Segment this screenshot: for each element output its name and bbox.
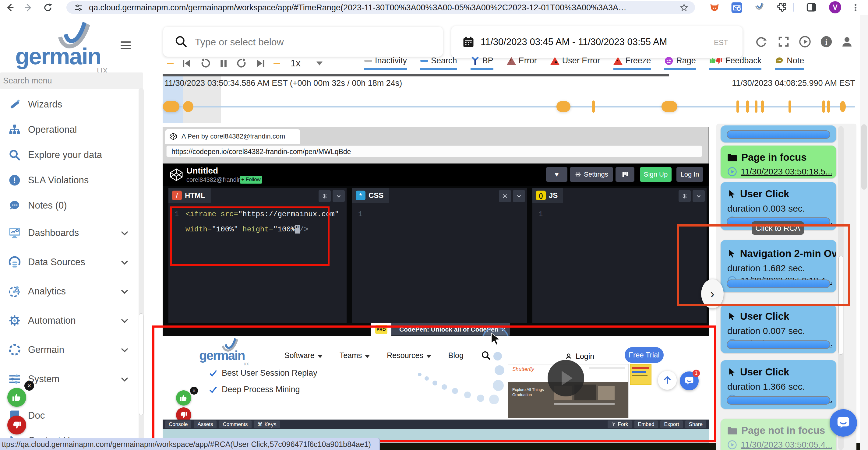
playback-speed-value[interactable]: 1x: [290, 58, 301, 69]
timeline-event-marker[interactable]: [761, 100, 764, 112]
legend-rage[interactable]: Rage: [664, 56, 696, 70]
sidebar-scrollbar-thumb[interactable]: [139, 313, 144, 415]
browser-menu-icon[interactable]: [855, 3, 857, 12]
address-bar[interactable]: qa.cloud.germainapm.com/germainapm/works…: [66, 1, 695, 14]
follow-button[interactable]: + Follow: [240, 176, 262, 184]
replay-back-icon[interactable]: [199, 58, 211, 69]
event-timestamp-link[interactable]: 11/30/2023 03:50:05.4...: [741, 440, 832, 450]
sidebar-search-input[interactable]: Search menu: [0, 72, 143, 89]
legend-search[interactable]: Search: [420, 56, 457, 70]
sidebar-item-germain[interactable]: Germain: [0, 340, 138, 360]
timeline-track[interactable]: [163, 106, 855, 107]
timeline-event-marker[interactable]: [822, 100, 825, 112]
sidebar-item-notes[interactable]: Notes (0): [0, 196, 138, 215]
skip-forward-icon[interactable]: [255, 58, 266, 69]
event-card-user-click-3[interactable]: User Click duration 1.366 sec. 11/30/202…: [721, 360, 836, 409]
pause-icon[interactable]: [218, 58, 229, 69]
refresh-button[interactable]: [755, 35, 768, 48]
sidebar-item-dashboards[interactable]: Dashboards: [0, 223, 138, 243]
login-button[interactable]: Log In: [676, 167, 703, 182]
event-timestamp-link[interactable]: 11/30/2023 03:50:18.5...: [741, 167, 832, 176]
timeline-event-marker[interactable]: [163, 101, 179, 112]
skip-back-icon[interactable]: [181, 58, 192, 69]
timeline-event-marker[interactable]: [556, 101, 570, 112]
css-panel-tab[interactable]: * CSS: [352, 188, 389, 203]
sidebar-item-system[interactable]: System: [0, 369, 138, 389]
play-session-button[interactable]: [799, 35, 811, 48]
side-panel-icon[interactable]: [806, 2, 816, 12]
timeline-event-marker[interactable]: [183, 101, 193, 112]
chevron-down-icon[interactable]: [119, 345, 130, 355]
replay-forward-icon[interactable]: [236, 58, 248, 69]
reload-icon[interactable]: [43, 2, 53, 13]
chevron-down-icon[interactable]: [119, 257, 130, 267]
html-panel-tab[interactable]: / HTML: [168, 188, 211, 203]
feedback-close-icon[interactable]: ×: [24, 381, 34, 391]
legend-freeze[interactable]: * Freeze: [613, 56, 651, 70]
js-panel-tab[interactable]: () JS: [532, 188, 563, 203]
page-scrollbar-thumb[interactable]: [861, 124, 867, 190]
css-settings-icon[interactable]: [499, 190, 511, 202]
speed-dropdown-icon[interactable]: [316, 62, 322, 65]
dashed-circle-icon: [8, 343, 21, 356]
sidebar-item-wizards[interactable]: Wizards: [0, 95, 138, 114]
bookmark-star-icon[interactable]: [680, 3, 688, 12]
back-icon[interactable]: [5, 2, 15, 13]
chevron-down-icon[interactable]: [119, 286, 130, 296]
legend-feedback[interactable]: Feedback: [709, 56, 762, 70]
html-collapse-icon[interactable]: [333, 190, 345, 202]
chevron-down-icon[interactable]: [119, 374, 130, 384]
increase-speed-icon[interactable]: [274, 63, 280, 64]
chevron-down-icon[interactable]: [119, 228, 130, 238]
sidebar-item-data-sources[interactable]: Data Sources: [0, 252, 138, 272]
thumbs-up-button[interactable]: [7, 388, 26, 407]
css-collapse-icon[interactable]: [513, 190, 525, 202]
sidebar-item-sla-violations[interactable]: ! SLA Violations: [0, 170, 138, 190]
global-search-input[interactable]: Type or select below: [163, 27, 443, 57]
profile-avatar[interactable]: V: [829, 1, 841, 13]
timeline-event-marker[interactable]: [746, 100, 749, 112]
legend-bp[interactable]: BP: [470, 56, 493, 70]
timeline-event-marker[interactable]: [840, 101, 846, 112]
sidebar-item-operational[interactable]: Operational: [0, 120, 138, 139]
info-button[interactable]: i: [820, 35, 833, 48]
timeline-event-marker[interactable]: [827, 100, 830, 112]
timeline-event-marker[interactable]: [661, 101, 677, 112]
extension-fox-icon[interactable]: [709, 2, 719, 12]
chevron-down-icon[interactable]: [119, 315, 130, 326]
legend-inactivity[interactable]: Inactivity: [364, 56, 407, 70]
js-settings-icon[interactable]: [679, 190, 691, 202]
decrease-speed-icon[interactable]: [167, 63, 174, 64]
layout-button[interactable]: [616, 167, 634, 182]
user-button[interactable]: [841, 35, 854, 48]
line-number: 1: [538, 210, 543, 218]
extensions-puzzle-icon[interactable]: [776, 2, 786, 12]
page-scrollbar[interactable]: [860, 15, 868, 450]
timeline-event-marker[interactable]: [788, 100, 791, 112]
signup-button[interactable]: Sign Up: [640, 167, 672, 182]
sidebar-item-analytics[interactable]: Analytics: [0, 282, 138, 301]
timeline-event-marker[interactable]: [755, 100, 757, 112]
hamburger-menu-icon[interactable]: [121, 39, 131, 52]
event-card-partial[interactable]: [721, 125, 836, 142]
sidebar-item-automation[interactable]: Automation: [0, 311, 138, 330]
js-collapse-icon[interactable]: [692, 190, 705, 202]
legend-error[interactable]: ! Error: [507, 56, 537, 70]
thumbs-down-button[interactable]: [7, 416, 26, 435]
fullscreen-button[interactable]: [777, 35, 790, 48]
event-card-page-in-focus[interactable]: Page in focus 11/30/2023 03:50:18.5...: [721, 146, 836, 179]
html-settings-icon[interactable]: [318, 190, 331, 202]
timeline-event-marker[interactable]: [737, 100, 739, 112]
settings-button[interactable]: Settings: [570, 167, 613, 182]
app-chat-button[interactable]: [830, 409, 857, 437]
extension-germain-icon[interactable]: [753, 1, 764, 11]
sidebar-item-explore[interactable]: Explore your data: [0, 145, 138, 165]
extension-mail-icon[interactable]: [731, 2, 741, 12]
legend-note[interactable]: Note: [775, 56, 804, 70]
legend-user-error[interactable]: ▲ User Error: [550, 56, 600, 70]
event-card-user-click-2[interactable]: User Click duration 0.007 sec. 11/30/202…: [721, 304, 836, 353]
heart-button[interactable]: ♥: [546, 167, 567, 182]
forward-icon[interactable]: [23, 2, 33, 13]
event-card-page-not-in-focus[interactable]: Page not in focus 11/30/2023 03:50:05.4.…: [721, 419, 836, 450]
timeline-event-marker[interactable]: [592, 100, 595, 112]
